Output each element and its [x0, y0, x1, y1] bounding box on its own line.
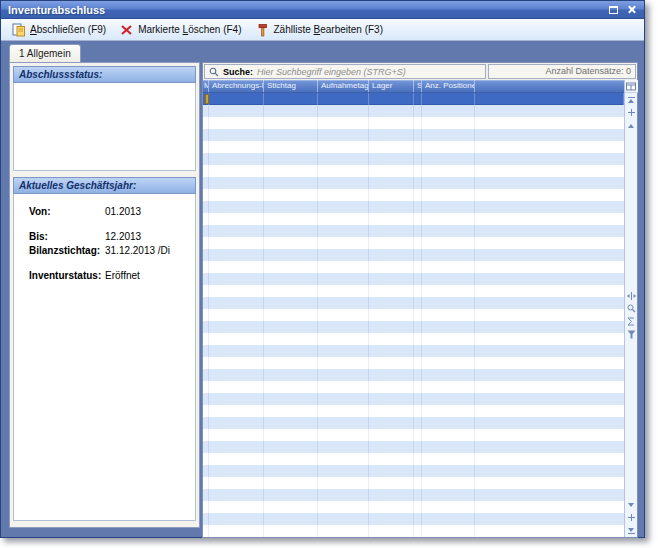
- table-row[interactable]: [203, 489, 624, 501]
- table-row[interactable]: [203, 441, 624, 453]
- table-row[interactable]: [203, 501, 624, 513]
- navigate-button[interactable]: [625, 106, 638, 119]
- navigate-button[interactable]: [625, 511, 638, 524]
- table-row[interactable]: [203, 213, 624, 225]
- table-cell: [369, 129, 414, 141]
- table-cell-filler: [475, 405, 624, 417]
- table-cell: [422, 141, 475, 153]
- table-row[interactable]: [203, 333, 624, 345]
- table-row[interactable]: [203, 309, 624, 321]
- table-row[interactable]: [203, 237, 624, 249]
- filter-button[interactable]: [625, 328, 638, 341]
- abschliessen-button[interactable]: Abschließen (F9): [6, 20, 114, 40]
- table-row[interactable]: [203, 177, 624, 189]
- column-header-aufnahmetag[interactable]: Aufnahmetag: [318, 80, 369, 92]
- table-cell: [209, 441, 264, 453]
- table-row[interactable]: [203, 429, 624, 441]
- table-cell: [369, 273, 414, 285]
- table-cell-filler: [475, 381, 624, 393]
- table-cell: [209, 117, 264, 129]
- table-row[interactable]: [203, 165, 624, 177]
- table-cell-filler: [475, 201, 624, 213]
- zaehlliste-bearbeiten-button[interactable]: Zählliste Bearbeiten (F3): [250, 20, 392, 40]
- column-header-stichtag[interactable]: Stichtag: [264, 80, 318, 92]
- column-width-button[interactable]: [625, 289, 638, 302]
- table-row[interactable]: [203, 393, 624, 405]
- tab-allgemein[interactable]: 1 Allgemein: [9, 44, 81, 62]
- table-cell: [209, 129, 264, 141]
- table-cell: [209, 489, 264, 501]
- search-input[interactable]: Suche: Hier Suchbegriff eingeben (STRG+S…: [204, 64, 486, 79]
- table-row[interactable]: [203, 321, 624, 333]
- scroll-to-bottom-button[interactable]: [625, 524, 638, 537]
- table-row[interactable]: [203, 201, 624, 213]
- table-cell: [264, 381, 318, 393]
- table-row[interactable]: [203, 345, 624, 357]
- grid-search-button[interactable]: [625, 302, 638, 315]
- table-cell: [318, 477, 369, 489]
- table-row[interactable]: [203, 225, 624, 237]
- table-cell: [369, 417, 414, 429]
- table-cell: [422, 261, 475, 273]
- table-cell: [422, 525, 475, 537]
- table-cell: [209, 213, 264, 225]
- scroll-down-button[interactable]: [625, 498, 638, 511]
- table-cell-filler: [475, 213, 624, 225]
- table-cell: [209, 189, 264, 201]
- table-row[interactable]: [203, 117, 624, 129]
- table-row[interactable]: [203, 105, 624, 117]
- table-row[interactable]: [203, 189, 624, 201]
- table-row[interactable]: [203, 153, 624, 165]
- table-row[interactable]: [203, 249, 624, 261]
- table-cell: [318, 525, 369, 537]
- table-cell: [422, 273, 475, 285]
- table-cell: [369, 525, 414, 537]
- sum-button[interactable]: [625, 315, 638, 328]
- table-cell: [369, 165, 414, 177]
- table-row[interactable]: [203, 357, 624, 369]
- table-cell: [369, 93, 414, 105]
- table-row[interactable]: [203, 261, 624, 273]
- table-row[interactable]: [203, 129, 624, 141]
- table-row[interactable]: [203, 513, 624, 525]
- table-cell: [209, 345, 264, 357]
- column-width-icon: [627, 292, 636, 300]
- table-row[interactable]: [203, 477, 624, 489]
- table-row[interactable]: [203, 93, 624, 105]
- table-cell-filler: [475, 369, 624, 381]
- table-cell-filler: [475, 417, 624, 429]
- close-window-button[interactable]: [625, 4, 638, 16]
- table-row[interactable]: [203, 273, 624, 285]
- search-label: Suche:: [223, 67, 253, 77]
- markierte-loeschen-button[interactable]: Markierte Löschen (F4): [114, 20, 249, 40]
- table-cell: [318, 297, 369, 309]
- table-cell: [264, 369, 318, 381]
- table-row[interactable]: [203, 453, 624, 465]
- table-row[interactable]: [203, 285, 624, 297]
- app-window: Inventurabschluss: [0, 0, 645, 538]
- table-row[interactable]: [203, 141, 624, 153]
- column-header-abrechnungsnr[interactable]: Abrechnungs-Nr.: [209, 80, 264, 92]
- table-row[interactable]: [203, 381, 624, 393]
- scroll-up-button[interactable]: [625, 119, 638, 132]
- column-header-s[interactable]: S: [414, 80, 422, 92]
- scroll-to-top-button[interactable]: [625, 93, 638, 106]
- table-cell-filler: [475, 285, 624, 297]
- table-row[interactable]: [203, 405, 624, 417]
- table-cell: [422, 321, 475, 333]
- table-cell: [318, 261, 369, 273]
- table-row[interactable]: [203, 297, 624, 309]
- table-cell: [369, 201, 414, 213]
- table-row[interactable]: [203, 465, 624, 477]
- table-cell: [209, 453, 264, 465]
- column-header-lager[interactable]: Lager: [369, 80, 414, 92]
- table-row[interactable]: [203, 417, 624, 429]
- column-header-anz-positionen[interactable]: Anz. Positionen: [422, 80, 475, 92]
- restore-window-button[interactable]: [607, 4, 620, 16]
- title-bar[interactable]: Inventurabschluss: [1, 1, 644, 19]
- table-row[interactable]: [203, 369, 624, 381]
- column-chooser-button[interactable]: [625, 80, 638, 93]
- table-cell: [414, 321, 422, 333]
- table-cell: [414, 453, 422, 465]
- table-row[interactable]: [203, 525, 624, 537]
